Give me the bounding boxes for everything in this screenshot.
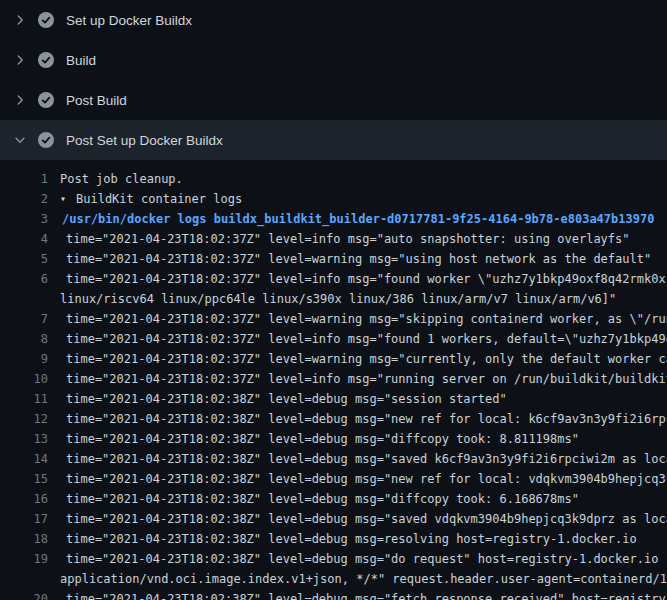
log-line: 4time="2021-04-23T18:02:37Z" level=info … bbox=[0, 229, 667, 249]
log-text: time="2021-04-23T18:02:37Z" level=warnin… bbox=[66, 349, 667, 369]
line-number[interactable]: 7 bbox=[0, 309, 48, 329]
log-text: time="2021-04-23T18:02:37Z" level=warnin… bbox=[66, 249, 651, 269]
log-line: 19time="2021-04-23T18:02:38Z" level=debu… bbox=[0, 549, 667, 569]
log-line: 16time="2021-04-23T18:02:38Z" level=debu… bbox=[0, 489, 667, 509]
line-number bbox=[0, 569, 48, 589]
log-text: time="2021-04-23T18:02:37Z" level=info m… bbox=[66, 369, 667, 389]
chevron-right-icon bbox=[12, 92, 28, 108]
log-text: time="2021-04-23T18:02:37Z" level=info m… bbox=[66, 269, 667, 289]
log-line: 10time="2021-04-23T18:02:37Z" level=info… bbox=[0, 369, 667, 389]
log-lines: 1Post job cleanup.2▾BuildKit container l… bbox=[0, 160, 667, 600]
check-circle-icon bbox=[38, 132, 54, 148]
step-label: Build bbox=[66, 53, 96, 68]
line-number[interactable]: 2 bbox=[0, 189, 48, 209]
log-line: 17time="2021-04-23T18:02:38Z" level=debu… bbox=[0, 509, 667, 529]
line-number[interactable]: 18 bbox=[0, 529, 48, 549]
log-line: 6time="2021-04-23T18:02:37Z" level=info … bbox=[0, 269, 667, 289]
log-text: time="2021-04-23T18:02:38Z" level=debug … bbox=[66, 449, 667, 469]
log-line: 11time="2021-04-23T18:02:38Z" level=debu… bbox=[0, 389, 667, 409]
check-circle-icon bbox=[38, 92, 54, 108]
step-row-post-set-up-docker-buildx[interactable]: Post Set up Docker Buildx bbox=[0, 120, 667, 160]
log-command-text: /usr/bin/docker logs buildx_buildkit_bui… bbox=[62, 209, 654, 229]
line-number[interactable]: 11 bbox=[0, 389, 48, 409]
log-text: time="2021-04-23T18:02:38Z" level=debug … bbox=[66, 489, 579, 509]
log-text: time="2021-04-23T18:02:38Z" level=debug … bbox=[66, 529, 637, 549]
log-text: Post job cleanup. bbox=[60, 169, 183, 189]
check-circle-icon bbox=[38, 12, 54, 28]
line-number[interactable]: 9 bbox=[0, 349, 48, 369]
check-circle-icon bbox=[38, 52, 54, 68]
log-line: 12time="2021-04-23T18:02:38Z" level=debu… bbox=[0, 409, 667, 429]
log-text: time="2021-04-23T18:02:38Z" level=debug … bbox=[66, 469, 667, 489]
log-group-line[interactable]: 2▾BuildKit container logs bbox=[0, 189, 667, 209]
log-text: linux/riscv64 linux/ppc64le linux/s390x … bbox=[60, 289, 616, 309]
workflow-log-viewer: Set up Docker Buildx Build Post Build Po… bbox=[0, 0, 667, 600]
log-text: time="2021-04-23T18:02:38Z" level=debug … bbox=[66, 389, 507, 409]
log-text: time="2021-04-23T18:02:37Z" level=warnin… bbox=[66, 309, 667, 329]
line-number[interactable]: 10 bbox=[0, 369, 48, 389]
log-line: 14time="2021-04-23T18:02:38Z" level=debu… bbox=[0, 449, 667, 469]
log-line: application/vnd.oci.image.index.v1+json,… bbox=[0, 569, 667, 589]
line-number bbox=[0, 289, 48, 309]
log-text: time="2021-04-23T18:02:38Z" level=debug … bbox=[66, 509, 667, 529]
line-number[interactable]: 15 bbox=[0, 469, 48, 489]
line-number[interactable]: 13 bbox=[0, 429, 48, 449]
log-line: 7time="2021-04-23T18:02:37Z" level=warni… bbox=[0, 309, 667, 329]
step-row-post-build[interactable]: Post Build bbox=[0, 80, 667, 120]
line-number[interactable]: 20 bbox=[0, 589, 48, 600]
step-row-build[interactable]: Build bbox=[0, 40, 667, 80]
log-text: application/vnd.oci.image.index.v1+json,… bbox=[60, 569, 667, 589]
log-text: BuildKit container logs bbox=[76, 189, 242, 209]
log-text: time="2021-04-23T18:02:38Z" level=debug … bbox=[66, 409, 667, 429]
chevron-right-icon bbox=[12, 12, 28, 28]
line-number[interactable]: 3 bbox=[0, 209, 48, 229]
log-line: 15time="2021-04-23T18:02:38Z" level=debu… bbox=[0, 469, 667, 489]
line-number[interactable]: 6 bbox=[0, 269, 48, 289]
log-line: 1Post job cleanup. bbox=[0, 169, 667, 189]
step-label: Set up Docker Buildx bbox=[66, 13, 192, 28]
log-line: 20time="2021-04-23T18:02:38Z" level=debu… bbox=[0, 589, 667, 600]
log-text: time="2021-04-23T18:02:38Z" level=debug … bbox=[66, 429, 579, 449]
line-number[interactable]: 8 bbox=[0, 329, 48, 349]
line-number[interactable]: 12 bbox=[0, 409, 48, 429]
log-text: time="2021-04-23T18:02:37Z" level=info m… bbox=[66, 229, 630, 249]
line-number[interactable]: 5 bbox=[0, 249, 48, 269]
log-text: time="2021-04-23T18:02:38Z" level=debug … bbox=[66, 549, 667, 569]
log-line: 13time="2021-04-23T18:02:38Z" level=debu… bbox=[0, 429, 667, 449]
chevron-right-icon bbox=[12, 52, 28, 68]
log-text: time="2021-04-23T18:02:37Z" level=info m… bbox=[66, 329, 667, 349]
line-number[interactable]: 4 bbox=[0, 229, 48, 249]
line-number[interactable]: 14 bbox=[0, 449, 48, 469]
line-number[interactable]: 17 bbox=[0, 509, 48, 529]
line-number[interactable]: 1 bbox=[0, 169, 48, 189]
log-line: 9time="2021-04-23T18:02:37Z" level=warni… bbox=[0, 349, 667, 369]
log-group-caret-icon: ▾ bbox=[60, 189, 76, 209]
log-line: linux/riscv64 linux/ppc64le linux/s390x … bbox=[0, 289, 667, 309]
step-label: Post Build bbox=[66, 93, 127, 108]
step-row-set-up-docker-buildx[interactable]: Set up Docker Buildx bbox=[0, 0, 667, 40]
log-line: 5time="2021-04-23T18:02:37Z" level=warni… bbox=[0, 249, 667, 269]
line-number[interactable]: 19 bbox=[0, 549, 48, 569]
log-line: 8time="2021-04-23T18:02:37Z" level=info … bbox=[0, 329, 667, 349]
log-line: 3/usr/bin/docker logs buildx_buildkit_bu… bbox=[0, 209, 667, 229]
chevron-down-icon bbox=[12, 132, 28, 148]
line-number[interactable]: 16 bbox=[0, 489, 48, 509]
log-line: 18time="2021-04-23T18:02:38Z" level=debu… bbox=[0, 529, 667, 549]
log-text: time="2021-04-23T18:02:38Z" level=debug … bbox=[66, 589, 667, 600]
step-label: Post Set up Docker Buildx bbox=[66, 133, 223, 148]
